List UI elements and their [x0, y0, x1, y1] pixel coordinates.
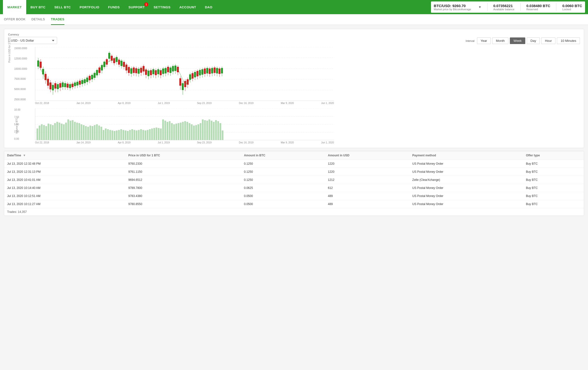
svg-rect-9	[40, 62, 42, 68]
col-price: Price in USD for 1 BTC	[125, 151, 241, 160]
table-row: Jul 13, 2020 10:12:51 AM 9783.4380 0.050…	[4, 192, 584, 200]
volume-chart	[35, 108, 334, 140]
cell-amount-usd: 489	[325, 200, 409, 208]
svg-rect-35	[72, 84, 74, 87]
nav-market[interactable]: MARKET	[3, 0, 26, 14]
svg-rect-187	[89, 126, 91, 140]
svg-rect-157	[221, 68, 223, 73]
cell-offer-type: Buy BTC	[523, 200, 584, 208]
volume-chart-area: 10.00 7.50 5.00 2.50 0.00 Volume in BTC	[35, 108, 580, 140]
svg-rect-200	[118, 130, 120, 140]
svg-rect-174	[61, 124, 62, 140]
interval-week[interactable]: Week	[510, 37, 525, 44]
svg-rect-117	[172, 66, 174, 71]
nav-settings[interactable]: Settings	[149, 0, 175, 14]
svg-rect-197	[111, 130, 113, 140]
interval-year[interactable]: Year	[477, 37, 491, 44]
svg-rect-171	[54, 123, 56, 140]
svg-rect-93	[143, 66, 145, 71]
cell-amount-usd: 1220	[325, 160, 409, 168]
sort-icon-datetime[interactable]: ▼	[23, 154, 26, 157]
svg-rect-215	[151, 128, 153, 140]
nav-buy-btc[interactable]: BUY BTC	[26, 0, 50, 14]
reserved-label: Reserved	[527, 8, 538, 11]
nav-portfolio[interactable]: PORTFOLIO	[75, 0, 104, 14]
svg-rect-202	[122, 130, 124, 140]
svg-rect-243	[213, 122, 215, 140]
svg-rect-186	[87, 127, 89, 140]
svg-rect-63	[106, 59, 108, 65]
svg-rect-163	[37, 128, 38, 140]
subnav-offer-book[interactable]: OFFER BOOK	[4, 14, 25, 25]
price-dropdown-icon[interactable]: ▼	[478, 5, 481, 9]
svg-rect-219	[160, 128, 162, 140]
cell-payment: US Postal Money Order	[409, 192, 523, 200]
nav-support[interactable]: Support 1	[124, 0, 149, 14]
trades-table-scroll[interactable]: Date/Time ▼ Price in USD for 1 BTC Amoun…	[4, 151, 584, 208]
cell-offer-type: Buy BTC	[523, 176, 584, 184]
svg-rect-151	[214, 68, 216, 73]
candlestick-chart	[35, 47, 334, 101]
trades-table: Date/Time ▼ Price in USD for 1 BTC Amoun…	[4, 151, 584, 208]
svg-rect-214	[149, 129, 151, 140]
svg-rect-105	[157, 69, 159, 74]
cell-amount-usd: 612	[325, 184, 409, 192]
svg-rect-184	[83, 125, 85, 140]
svg-rect-241	[208, 119, 210, 140]
svg-rect-23	[57, 84, 59, 89]
currency-select[interactable]: USD - US Dollar	[8, 37, 57, 44]
trades-table-card: Date/Time ▼ Price in USD for 1 BTC Amoun…	[4, 151, 584, 216]
svg-rect-182	[78, 123, 80, 140]
price-divider-3	[556, 3, 556, 11]
price-chart-area: Price in USD for 1 BTC 15000.0000 12500.…	[35, 47, 580, 101]
interval-10min[interactable]: 10 Minutes	[557, 37, 580, 44]
svg-rect-21	[54, 83, 56, 89]
cell-offer-type: Buy BTC	[523, 168, 584, 176]
cell-price: 9783.4380	[125, 192, 241, 200]
svg-rect-194	[105, 128, 107, 140]
svg-rect-115	[170, 68, 172, 73]
nav-funds[interactable]: FUNDS	[104, 0, 124, 14]
svg-rect-209	[138, 130, 140, 140]
main-content: Currency USD - US Dollar Interval Year M…	[0, 25, 588, 220]
btc-price: BTC/USD: 9260.70	[434, 4, 466, 8]
svg-rect-231	[186, 122, 188, 140]
svg-rect-172	[56, 122, 58, 140]
svg-rect-227	[178, 123, 179, 140]
svg-rect-141	[201, 69, 203, 75]
interval-month[interactable]: Month	[492, 37, 508, 44]
table-row: Jul 13, 2020 12:31:13 PM 9761.1150 0.125…	[4, 168, 584, 176]
svg-rect-91	[140, 68, 142, 73]
subnav-details[interactable]: DETAILS	[31, 14, 45, 25]
nav-sell-btc[interactable]: SELL BTC	[50, 0, 75, 14]
svg-rect-236	[197, 124, 199, 140]
interval-hour[interactable]: Hour	[541, 37, 555, 44]
svg-rect-246	[220, 123, 221, 140]
nav-dao[interactable]: DAO	[200, 0, 217, 14]
svg-rect-175	[63, 124, 65, 140]
svg-rect-192	[100, 127, 102, 140]
price-chart-wrapper: Price in USD for 1 BTC 15000.0000 12500.…	[35, 47, 580, 104]
svg-rect-164	[39, 126, 40, 140]
cell-price: 9694.6512	[125, 176, 241, 184]
svg-rect-245	[217, 121, 219, 140]
cell-payment: US Postal Money Order	[409, 200, 523, 208]
reserved-value: 0.038480 BTC	[527, 4, 551, 8]
svg-rect-129	[187, 79, 189, 85]
svg-rect-71	[116, 57, 118, 62]
svg-rect-199	[116, 130, 118, 140]
svg-rect-165	[41, 124, 43, 140]
interval-day[interactable]: Day	[527, 37, 540, 44]
table-row: Jul 13, 2020 10:41:01 AM 9694.6512 0.125…	[4, 176, 584, 184]
table-header: Date/Time ▼ Price in USD for 1 BTC Amoun…	[4, 151, 584, 160]
col-amount-usd: Amount in USD	[325, 151, 409, 160]
svg-rect-233	[191, 124, 193, 140]
svg-rect-190	[96, 124, 98, 140]
nav-account[interactable]: Account	[175, 0, 201, 14]
subnav-trades[interactable]: TRADES	[51, 14, 64, 25]
cell-datetime: Jul 13, 2020 10:41:01 AM	[4, 176, 125, 184]
candle-group	[37, 51, 223, 95]
table-row: Jul 13, 2020 10:14:40 AM 9789.7800 0.062…	[4, 184, 584, 192]
svg-rect-210	[140, 129, 142, 140]
cell-amount-usd: 1220	[325, 168, 409, 176]
